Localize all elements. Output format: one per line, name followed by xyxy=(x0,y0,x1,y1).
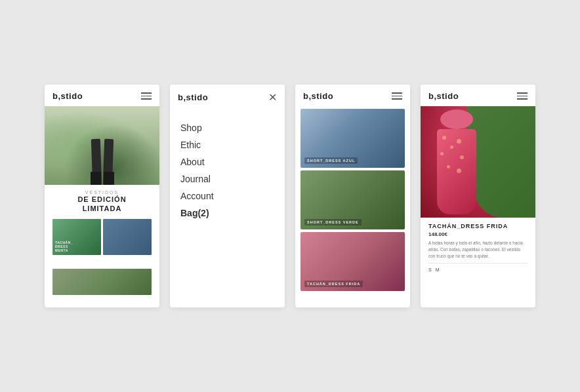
product-tag-1: SHORT_DRESS AZUL xyxy=(304,157,358,164)
product-tag-3: TACHÁN_DRESS FRIDA xyxy=(304,281,363,287)
detail-image xyxy=(421,106,535,218)
size-m[interactable]: M xyxy=(436,267,440,272)
product-description: A todas horas y todo el año, hazlo delan… xyxy=(428,240,528,264)
vestidos-title: DE EDICIÓNLIMITADA xyxy=(52,195,152,214)
thumb-1[interactable]: TACHÁN_DRESSMENTA xyxy=(52,219,101,255)
nav-item-about[interactable]: About xyxy=(180,153,274,170)
product-name: TACHÁN_DRESS FRIDA xyxy=(428,223,528,229)
product-card-3[interactable]: TACHÁN_DRESS FRIDA xyxy=(300,232,405,291)
vestidos-label: VESTIDOS xyxy=(52,190,152,195)
brand-logo-detail: b,stido xyxy=(428,91,459,101)
thumb-1-label: TACHÁN_DRESSMENTA xyxy=(55,241,73,252)
thumbnail-grid: TACHÁN_DRESSMENTA xyxy=(45,219,159,307)
screen-main: b,stido VESTIDOS DE EDICIÓNLIMITADA xyxy=(45,85,159,307)
vestidos-section: VESTIDOS DE EDICIÓNLIMITADA xyxy=(45,185,159,219)
thumb-2[interactable] xyxy=(103,219,152,255)
size-options: S M xyxy=(428,267,528,272)
screen-menu: b,stido ✕ Shop Ethic About Journal Accou… xyxy=(170,85,285,307)
product-card-2[interactable]: SHORT_DRESS VERDE xyxy=(300,170,405,229)
nav-item-bag[interactable]: Bag(2) xyxy=(180,205,274,222)
header-detail: b,stido xyxy=(421,85,535,106)
size-s[interactable]: S xyxy=(428,267,432,272)
screen-product-detail: b,stido xyxy=(421,85,535,307)
thumb-3[interactable] xyxy=(52,269,152,295)
nav-item-shop[interactable]: Shop xyxy=(180,119,274,136)
nav-item-ethic[interactable]: Ethic xyxy=(180,136,274,153)
brand-logo: b,stido xyxy=(52,91,83,101)
menu-button-detail[interactable] xyxy=(517,92,528,100)
product-price: 148.00€ xyxy=(428,231,528,237)
hero-legs xyxy=(89,132,115,185)
hero-image xyxy=(45,106,159,185)
product-list: SHORT_DRESS AZUL SHORT_DRESS VERDE TACHÁ… xyxy=(295,106,410,307)
menu-button-list[interactable] xyxy=(392,92,402,100)
menu-button[interactable] xyxy=(141,92,152,100)
header-main: b,stido xyxy=(45,85,159,106)
product-card-1[interactable]: SHORT_DRESS AZUL xyxy=(300,109,405,168)
screens-container: b,stido VESTIDOS DE EDICIÓNLIMITADA xyxy=(45,85,535,307)
product-tag-2: SHORT_DRESS VERDE xyxy=(304,219,362,225)
screen-product-list: b,stido SHORT_DRESS AZUL SHORT_DRESS VER… xyxy=(295,85,410,307)
nav-menu: Shop Ethic About Journal Account Bag(2) xyxy=(170,109,285,307)
close-menu-button[interactable]: ✕ xyxy=(268,91,277,104)
nav-item-account[interactable]: Account xyxy=(180,187,274,205)
header-menu: b,stido ✕ xyxy=(170,85,285,109)
brand-logo-list: b,stido xyxy=(303,91,333,101)
header-list: b,stido xyxy=(295,85,410,106)
brand-logo-menu: b,stido xyxy=(178,92,208,102)
nav-item-journal[interactable]: Journal xyxy=(180,170,274,187)
product-info: TACHÁN_DRESS FRIDA 148.00€ A todas horas… xyxy=(421,218,535,307)
